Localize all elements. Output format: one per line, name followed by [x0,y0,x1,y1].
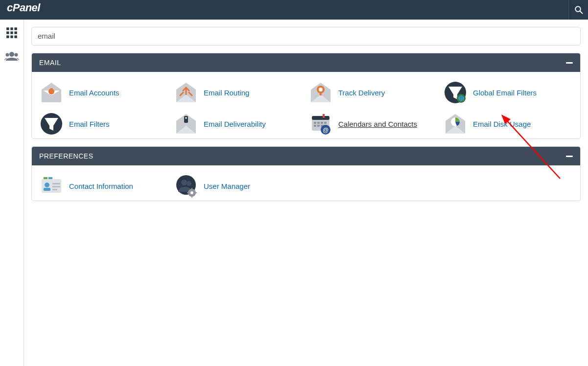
panel-body-preferences: Contact Information User Manager [32,165,580,201]
svg-rect-7 [10,31,13,34]
user-manager-icon [174,174,198,198]
item-email-filters[interactable]: Email Filters [40,111,168,137]
topbar: cPanel [0,0,588,20]
left-rail [0,20,24,366]
svg-text:@: @ [323,127,329,134]
svg-rect-5 [14,27,17,30]
search-icon [574,5,583,14]
svg-point-14 [15,53,18,57]
svg-rect-34 [317,125,320,127]
item-label: Track Delivery [338,89,385,97]
item-label: Calendars and Contacts [338,120,417,128]
top-search-button[interactable] [568,0,588,20]
item-label: User Manager [204,182,250,190]
item-contact-information[interactable]: Contact Information [40,173,168,199]
panel-email: EMAIL Email Accounts [31,53,581,139]
svg-rect-28 [323,114,325,118]
rail-apps-button[interactable] [5,26,18,41]
svg-rect-33 [314,125,316,127]
item-label: Email Routing [204,89,249,97]
item-user-manager[interactable]: User Manager [174,173,303,199]
item-label: Global Email Filters [473,89,537,97]
grid-icon [5,26,18,39]
svg-rect-11 [14,35,17,38]
item-label: Contact Information [69,182,133,190]
contact-card-icon [40,174,63,198]
svg-point-13 [6,53,9,57]
panel-title: PREFERENCES [39,152,94,160]
panel-preferences: PREFERENCES Contact Information [31,146,581,201]
main-content: EMAIL Email Accounts [24,20,588,366]
svg-point-43 [45,183,49,187]
svg-rect-3 [6,27,9,30]
svg-rect-4 [10,27,13,30]
svg-text:cPanel: cPanel [7,3,41,14]
disk-usage-icon [444,112,467,136]
svg-point-52 [190,191,193,194]
item-label: Email Filters [69,120,110,128]
item-track-delivery[interactable]: Track Delivery [309,80,438,105]
collapse-icon [566,62,573,64]
item-label: Email Disk Usage [473,120,531,128]
svg-rect-9 [6,35,9,38]
global-filter-icon [444,81,467,104]
item-email-routing[interactable]: Email Routing [174,80,303,105]
svg-point-18 [319,88,323,92]
svg-rect-41 [44,177,47,179]
svg-rect-32 [324,122,327,124]
calendar-contacts-icon: @ [309,112,332,136]
svg-rect-10 [10,35,13,38]
item-email-disk-usage[interactable]: Email Disk Usage [444,111,572,137]
svg-line-2 [580,11,582,13]
svg-rect-19 [320,92,322,95]
panel-body-email: Email Accounts Email Routing [32,72,580,138]
search-input[interactable] [38,32,574,40]
panel-header-email[interactable]: EMAIL [32,53,580,72]
track-delivery-icon [309,81,332,104]
svg-point-49 [181,180,187,185]
item-email-accounts[interactable]: Email Accounts [40,80,168,105]
panel-title: EMAIL [39,59,61,67]
item-label: Email Accounts [69,89,119,97]
svg-point-50 [187,181,191,186]
collapse-icon [566,156,573,157]
svg-rect-30 [317,122,320,124]
svg-point-16 [50,88,53,91]
svg-point-25 [185,117,187,119]
item-label: Email Deliverability [204,120,266,128]
users-icon [4,51,19,62]
rail-users-button[interactable] [4,51,19,64]
item-email-deliverability[interactable]: Email Deliverability [174,111,303,137]
brand-logo: cPanel [7,3,54,17]
envelope-open-icon [40,81,63,104]
svg-rect-8 [14,31,17,34]
svg-rect-6 [6,31,9,34]
svg-rect-29 [314,122,316,124]
panel-header-preferences[interactable]: PREFERENCES [32,147,580,165]
item-calendars-contacts[interactable]: @ Calendars and Contacts [309,111,438,137]
svg-rect-31 [321,122,323,124]
svg-point-12 [9,52,14,57]
item-global-email-filters[interactable]: Global Email Filters [444,80,572,105]
deliverability-icon [174,112,198,136]
routing-icon [174,81,198,104]
svg-rect-27 [312,116,329,120]
svg-rect-44 [44,188,50,191]
svg-rect-46 [52,186,60,187]
svg-rect-42 [48,177,52,179]
filter-icon [40,112,63,136]
search-wrapper [31,27,581,46]
svg-rect-45 [52,183,60,184]
svg-rect-47 [52,189,57,190]
